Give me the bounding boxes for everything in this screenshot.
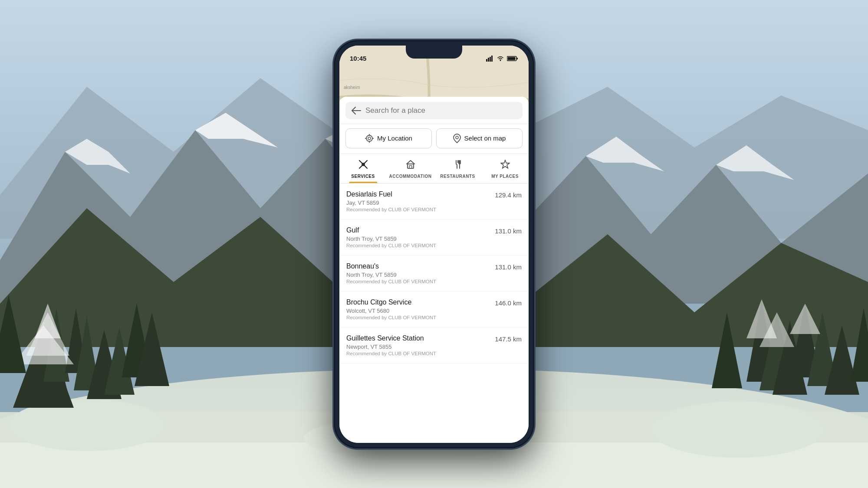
svg-point-14 bbox=[651, 401, 825, 458]
svg-rect-47 bbox=[516, 58, 518, 59]
location-buttons: My Location Select on map bbox=[339, 124, 529, 154]
tab-accommodation[interactable]: ACCOMMODATION bbox=[387, 154, 434, 183]
result-info: Guillettes Service Station Newport, VT 5… bbox=[346, 334, 490, 356]
home-icon bbox=[405, 159, 416, 172]
search-bar[interactable] bbox=[345, 102, 523, 119]
svg-rect-43 bbox=[490, 57, 491, 62]
result-address: North Troy, VT 5859 bbox=[346, 236, 490, 242]
search-panel: My Location Select on map bbox=[339, 97, 529, 443]
result-recommended: Recommended by CLUB OF VERMONT bbox=[346, 279, 490, 284]
svg-point-45 bbox=[500, 60, 501, 61]
phone-frame: 10:45 bbox=[334, 40, 534, 448]
status-time: 10:45 bbox=[350, 55, 366, 62]
result-name: Guillettes Service Station bbox=[346, 334, 490, 342]
restaurants-tab-label: RESTAURANTS bbox=[440, 174, 475, 179]
svg-rect-48 bbox=[508, 57, 516, 60]
phone-notch bbox=[406, 46, 462, 59]
result-name: Bonneau's bbox=[346, 262, 490, 270]
target-icon bbox=[365, 134, 374, 143]
result-address: Wolcott, VT 5680 bbox=[346, 308, 490, 314]
result-distance: 131.0 km bbox=[495, 262, 522, 271]
result-recommended: Recommended by CLUB OF VERMONT bbox=[346, 315, 490, 320]
result-distance: 146.0 km bbox=[495, 298, 522, 307]
utensils-icon bbox=[453, 159, 463, 172]
my-location-button[interactable]: My Location bbox=[345, 128, 432, 148]
battery-icon bbox=[507, 56, 518, 62]
result-item[interactable]: Bonneau's North Troy, VT 5859 Recommende… bbox=[339, 255, 529, 291]
svg-point-56 bbox=[368, 137, 371, 140]
result-name: Gulf bbox=[346, 226, 490, 234]
result-name: Brochu Citgo Service bbox=[346, 298, 490, 306]
my-places-tab-label: MY PLACES bbox=[491, 174, 519, 179]
result-info: Gulf North Troy, VT 5859 Recommended by … bbox=[346, 226, 490, 248]
result-info: Bonneau's North Troy, VT 5859 Recommende… bbox=[346, 262, 490, 284]
my-location-label: My Location bbox=[377, 134, 412, 142]
tab-restaurants[interactable]: RESTAURANTS bbox=[434, 154, 481, 183]
svg-rect-42 bbox=[488, 58, 489, 62]
result-item[interactable]: Brochu Citgo Service Wolcott, VT 5680 Re… bbox=[339, 291, 529, 328]
result-address: Newport, VT 5855 bbox=[346, 344, 490, 350]
phone-body: 10:45 bbox=[334, 40, 534, 448]
result-info: Brochu Citgo Service Wolcott, VT 5680 Re… bbox=[346, 298, 490, 320]
star-icon bbox=[500, 159, 510, 172]
tab-services[interactable]: SERVICES bbox=[339, 154, 387, 183]
result-distance: 131.0 km bbox=[495, 226, 522, 235]
tools-icon bbox=[358, 159, 368, 172]
svg-rect-65 bbox=[408, 164, 414, 168]
category-tabs: SERVICES ACCOMMODATION bbox=[339, 154, 529, 183]
result-address: Jay, VT 5859 bbox=[346, 200, 490, 206]
signal-icon bbox=[486, 56, 494, 62]
map-pin-icon bbox=[453, 134, 461, 143]
result-recommended: Recommended by CLUB OF VERMONT bbox=[346, 351, 490, 356]
svg-point-55 bbox=[366, 135, 372, 141]
result-item[interactable]: Guillettes Service Station Newport, VT 5… bbox=[339, 328, 529, 364]
result-item[interactable]: Gulf North Troy, VT 5859 Recommended by … bbox=[339, 219, 529, 255]
tab-my-places[interactable]: MY PLACES bbox=[481, 154, 529, 183]
back-arrow-icon[interactable] bbox=[352, 107, 361, 115]
result-distance: 129.4 km bbox=[495, 190, 522, 199]
result-distance: 147.5 km bbox=[495, 334, 522, 343]
search-bar-container bbox=[339, 97, 529, 124]
accommodation-tab-label: ACCOMMODATION bbox=[389, 174, 432, 179]
wifi-icon bbox=[496, 56, 504, 62]
svg-text:aksheim: aksheim bbox=[344, 85, 360, 90]
result-recommended: Recommended by CLUB OF VERMONT bbox=[346, 207, 490, 212]
status-icons bbox=[486, 56, 518, 62]
svg-rect-41 bbox=[486, 59, 487, 62]
result-item[interactable]: Desiarlais Fuel Jay, VT 5859 Recommended… bbox=[339, 183, 529, 219]
svg-rect-44 bbox=[491, 56, 493, 62]
result-recommended: Recommended by CLUB OF VERMONT bbox=[346, 243, 490, 248]
result-address: North Troy, VT 5859 bbox=[346, 272, 490, 278]
result-name: Desiarlais Fuel bbox=[346, 190, 490, 198]
services-tab-label: SERVICES bbox=[351, 174, 375, 179]
svg-point-61 bbox=[456, 136, 458, 139]
result-info: Desiarlais Fuel Jay, VT 5859 Recommended… bbox=[346, 190, 490, 212]
phone-screen: 10:45 bbox=[339, 46, 529, 443]
select-on-map-label: Select on map bbox=[464, 134, 506, 142]
select-on-map-button[interactable]: Select on map bbox=[436, 128, 523, 148]
search-input[interactable] bbox=[365, 106, 516, 115]
results-list: Desiarlais Fuel Jay, VT 5859 Recommended… bbox=[339, 183, 529, 443]
